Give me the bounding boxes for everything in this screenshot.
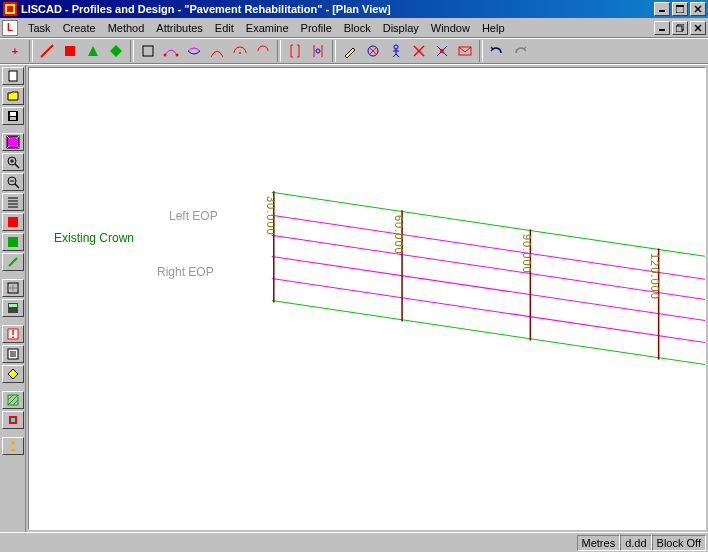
svg-line-28 bbox=[393, 54, 396, 57]
tool-line-icon[interactable] bbox=[36, 40, 58, 62]
mdi-restore-button[interactable] bbox=[672, 21, 688, 35]
doc-icon[interactable]: L bbox=[2, 20, 18, 36]
tool-man-icon[interactable] bbox=[385, 40, 407, 62]
statusbar: Metres d.dd Block Off bbox=[0, 532, 708, 552]
svg-rect-14 bbox=[65, 46, 75, 56]
tool-cross-icon[interactable] bbox=[408, 40, 430, 62]
svg-rect-53 bbox=[8, 237, 18, 247]
side-open-icon[interactable] bbox=[2, 87, 24, 105]
svg-point-21 bbox=[316, 49, 320, 53]
svg-line-78 bbox=[272, 256, 705, 324]
side-zoom-in-icon[interactable] bbox=[2, 153, 24, 171]
svg-marker-66 bbox=[8, 369, 18, 379]
side-layers-icon[interactable] bbox=[2, 193, 24, 211]
chainage-30: 30.000 bbox=[265, 196, 277, 236]
menu-edit[interactable]: Edit bbox=[209, 20, 240, 36]
svg-rect-10 bbox=[676, 26, 682, 32]
svg-rect-52 bbox=[8, 217, 18, 227]
status-format[interactable]: d.dd bbox=[620, 535, 651, 551]
close-button[interactable] bbox=[690, 2, 706, 16]
tool-bracket2-icon[interactable] bbox=[307, 40, 329, 62]
tool-envelope-icon[interactable] bbox=[454, 40, 476, 62]
svg-rect-39 bbox=[10, 117, 16, 120]
tool-pen-icon[interactable] bbox=[339, 40, 361, 62]
drawing bbox=[29, 68, 705, 529]
side-zoom-out-icon[interactable] bbox=[2, 173, 24, 191]
tool-redo-icon[interactable] bbox=[509, 40, 531, 62]
svg-line-69 bbox=[8, 395, 13, 400]
chainage-120: 120.000 bbox=[649, 253, 661, 300]
mdi-minimize-button[interactable] bbox=[654, 21, 670, 35]
menu-attributes[interactable]: Attributes bbox=[150, 20, 208, 36]
svg-text:!: ! bbox=[11, 328, 15, 340]
label-left-eop: Left EOP bbox=[169, 209, 218, 223]
side-pencil-icon[interactable] bbox=[2, 253, 24, 271]
side-redsquare-icon[interactable] bbox=[2, 213, 24, 231]
side-hatch-icon[interactable] bbox=[2, 391, 24, 409]
svg-rect-72 bbox=[11, 418, 15, 422]
plan-view-canvas[interactable]: Left EOP Existing Crown Right EOP 30.000… bbox=[28, 67, 706, 530]
menu-window[interactable]: Window bbox=[425, 20, 476, 36]
side-save-icon[interactable] bbox=[2, 107, 24, 125]
svg-line-74 bbox=[272, 192, 705, 260]
toolbar: + bbox=[0, 38, 708, 64]
side-db-icon[interactable] bbox=[2, 411, 24, 429]
tool-arc1-icon[interactable] bbox=[206, 40, 228, 62]
tool-undo-icon[interactable] bbox=[486, 40, 508, 62]
tool-rect-icon[interactable] bbox=[59, 40, 81, 62]
side-alert-icon[interactable]: ! bbox=[2, 325, 24, 343]
tool-arc2-icon[interactable] bbox=[229, 40, 251, 62]
tool-cross-circle-icon[interactable] bbox=[362, 40, 384, 62]
svg-rect-2 bbox=[7, 6, 13, 12]
menu-display[interactable]: Display bbox=[377, 20, 425, 36]
minimize-button[interactable] bbox=[654, 2, 670, 16]
side-calc-icon[interactable] bbox=[2, 299, 24, 317]
side-extents-icon[interactable] bbox=[2, 133, 24, 151]
svg-point-25 bbox=[394, 45, 398, 49]
maximize-button[interactable] bbox=[672, 2, 688, 16]
side-person-icon[interactable] bbox=[2, 437, 24, 455]
label-existing-crown: Existing Crown bbox=[54, 231, 134, 245]
svg-rect-38 bbox=[10, 112, 16, 116]
menu-help[interactable]: Help bbox=[476, 20, 511, 36]
svg-point-73 bbox=[11, 441, 15, 445]
side-edit-icon[interactable] bbox=[2, 345, 24, 363]
tool-spline1-icon[interactable] bbox=[160, 40, 182, 62]
tool-bracket1-icon[interactable] bbox=[284, 40, 306, 62]
menu-profile[interactable]: Profile bbox=[295, 20, 338, 36]
status-block[interactable]: Block Off bbox=[652, 535, 706, 551]
tool-spline2-icon[interactable] bbox=[183, 40, 205, 62]
label-right-eop: Right EOP bbox=[157, 265, 214, 279]
svg-rect-36 bbox=[9, 71, 17, 81]
side-new-icon[interactable] bbox=[2, 67, 24, 85]
chainage-60: 60.000 bbox=[393, 215, 405, 255]
mdi-close-button[interactable] bbox=[690, 21, 706, 35]
svg-marker-16 bbox=[110, 45, 122, 57]
svg-line-68 bbox=[8, 395, 18, 405]
side-grid-icon[interactable] bbox=[2, 279, 24, 297]
svg-point-18 bbox=[164, 54, 167, 57]
chainage-90: 90.000 bbox=[521, 234, 533, 274]
menubar: L Task Create Method Attributes Edit Exa… bbox=[0, 18, 708, 38]
tool-cross2-icon[interactable] bbox=[431, 40, 453, 62]
menu-task[interactable]: Task bbox=[22, 20, 57, 36]
svg-rect-17 bbox=[143, 46, 153, 56]
tool-arc3-icon[interactable] bbox=[252, 40, 274, 62]
svg-rect-59 bbox=[9, 304, 17, 307]
tool-box-icon[interactable] bbox=[137, 40, 159, 62]
titlebar: LISCAD - Profiles and Design - "Pavement… bbox=[0, 0, 708, 18]
tool-point-icon[interactable]: + bbox=[4, 40, 26, 62]
side-toolbar: ! bbox=[0, 65, 26, 532]
svg-line-29 bbox=[396, 54, 399, 57]
menu-examine[interactable]: Examine bbox=[240, 20, 295, 36]
tool-polygon-icon[interactable] bbox=[82, 40, 104, 62]
svg-marker-15 bbox=[88, 46, 98, 56]
side-diamond-icon[interactable] bbox=[2, 365, 24, 383]
svg-point-20 bbox=[239, 52, 241, 54]
status-units[interactable]: Metres bbox=[577, 535, 621, 551]
side-greensquare-icon[interactable] bbox=[2, 233, 24, 251]
menu-block[interactable]: Block bbox=[338, 20, 377, 36]
menu-create[interactable]: Create bbox=[57, 20, 102, 36]
menu-method[interactable]: Method bbox=[102, 20, 151, 36]
tool-polygon2-icon[interactable] bbox=[105, 40, 127, 62]
